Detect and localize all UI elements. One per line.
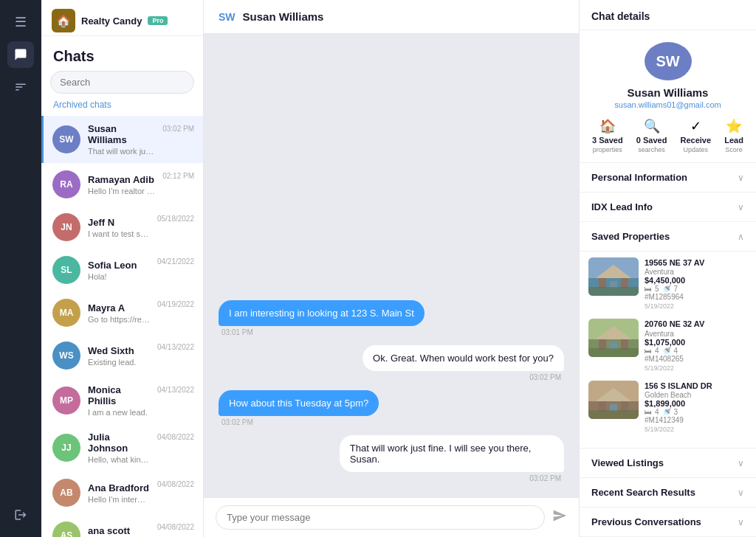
chat-topbar: SW Susan Williams [204,0,579,34]
chat-time: 03:02 PM [162,125,194,133]
section-row-saved-properties[interactable]: Saved Properties ∧ [580,222,756,252]
property-card[interactable]: 20760 NE 32 AV Aventura $1,075,000 🛏4 🚿4… [588,319,747,371]
property-info: 156 S ISLAND DR Golden Beach $1,899,000 … [645,381,747,433]
chat-preview: Hello I'm realtor Sofia L [88,187,155,195]
chat-time: 04/19/2022 [157,300,194,308]
chat-list-item[interactable]: MP Monica Phillis I am a new lead. 04/13… [41,377,203,424]
property-date: 5/19/2022 [645,364,747,372]
property-card[interactable]: 156 S ISLAND DR Golden Beach $1,899,000 … [588,381,747,433]
property-meta: 🛏4 🚿4 [645,347,747,355]
message-bubble: That will work just fine. I will see you… [340,435,564,472]
sections-container: Personal Information ∨ IDX Lead Info ∨ S… [580,163,756,537]
stat-icon: ✓ [690,118,701,134]
send-button[interactable] [552,508,567,527]
stat-item: 🔍 0 Saved searches [636,118,667,153]
chevron-icon: ∧ [738,232,744,242]
chat-list-item[interactable]: SL Sofia Leon Hola! 04/21/2022 [41,249,203,291]
properties-list: 19565 NE 37 AV Aventura $4,450,000 🛏5 🚿7… [580,252,756,448]
chat-list-item[interactable]: JJ Julia Johnson Hello, what kind of hou… [41,424,203,471]
chat-list-item[interactable]: MA Mayra A Go to https://realtycand... 0… [41,291,203,334]
message-row: Ok. Great. When would work best for you?… [219,345,564,381]
filters-icon[interactable] [7,74,34,100]
details-panel: Chat details SW Susan Williams susan.wil… [579,0,756,537]
chat-list-item[interactable]: SW Susan Williams That will work just fi… [41,116,203,163]
topbar-name: Susan Williams [243,10,324,23]
bed-icon: 🛏 [645,347,652,355]
section-title: IDX Lead Info [591,201,653,212]
logout-icon[interactable] [7,502,34,528]
chat-name: Monica Phillis [88,384,150,406]
message-bubble: Ok. Great. When would work best for you? [362,345,564,371]
chat-avatar: JJ [52,434,80,462]
chat-time: 04/13/2022 [157,343,194,351]
chat-name: Susan Williams [88,123,155,145]
chat-list-item[interactable]: RA Ramayan Adib Hello I'm realtor Sofia … [41,163,203,206]
message-input[interactable] [216,505,545,530]
chat-list-item[interactable]: AB Ana Bradford Hello I'm interested in … [41,471,203,514]
svg-rect-19 [621,401,628,412]
search-input[interactable] [50,71,194,94]
messages-area: I am interesting in looking at 123 S. Ma… [204,34,579,497]
chat-preview: Hola! [88,272,150,281]
chat-name: Julia Johnson [88,432,150,454]
stat-value: Lead [724,136,743,145]
message-bubble: How about this Tuesday at 5pm? [219,390,379,416]
chat-info: Monica Phillis I am a new lead. [88,384,150,417]
chat-list-item[interactable]: AS ana scott Hi Ana! What kind of pro...… [41,514,203,537]
detail-section: Viewed Listings ∨ [580,448,756,478]
svg-rect-20 [588,410,639,419]
chat-avatar: RA [52,170,80,198]
chat-preview: I am a new lead. [88,408,150,417]
chat-list: SW Susan Williams That will work just fi… [41,116,203,537]
stat-item: ⭐ Lead Score [724,118,743,153]
chat-info: Wed Sixth Existing lead. [88,345,150,367]
property-info: 19565 NE 37 AV Aventura $4,450,000 🛏5 🚿7… [645,257,747,310]
property-card[interactable]: 19565 NE 37 AV Aventura $4,450,000 🛏5 🚿7… [588,257,747,310]
svg-rect-12 [621,339,628,350]
property-image [588,381,639,419]
bed-icon: 🛏 [645,285,652,293]
property-address: 156 S ISLAND DR [645,381,747,391]
property-city: Aventura [645,330,747,338]
chat-name: Ana Bradford [88,482,150,493]
section-row-previous-conversations[interactable]: Previous Conversations ∨ [580,507,756,537]
contact-name: Susan Williams [580,86,756,99]
chat-info: Susan Williams That will work just fine.… [88,123,155,156]
chat-preview: That will work just fine... [88,147,155,156]
svg-rect-10 [599,339,606,350]
chevron-icon: ∨ [738,173,744,183]
bath-icon: 🚿 [662,285,671,293]
property-address: 19565 NE 37 AV [645,257,747,268]
chevron-icon: ∨ [738,517,744,527]
message-time: 03:01 PM [221,328,253,336]
stat-icon: ⭐ [726,118,742,134]
section-row-idx-lead-info[interactable]: IDX Lead Info ∨ [580,193,756,222]
chat-nav-icon[interactable] [7,41,34,68]
chat-list-item[interactable]: JN Jeff N I want to test some sear... 05… [41,206,203,249]
section-row-recent-search-results[interactable]: Recent Search Results ∨ [580,478,756,507]
section-row-viewed-listings[interactable]: Viewed Listings ∨ [580,448,756,478]
section-title: Saved Properties [591,231,670,242]
chat-list-item[interactable]: WS Wed Sixth Existing lead. 04/13/2022 [41,334,203,377]
chat-preview: Hello I'm interested in ... [88,495,150,504]
pro-badge: Pro [148,16,168,25]
section-title: Previous Conversations [591,516,701,527]
property-date: 5/19/2022 [645,426,747,433]
menu-icon[interactable]: ☰ [7,9,34,35]
detail-section: Previous Conversations ∨ [580,507,756,537]
property-city: Golden Beach [645,391,747,399]
section-row-personal-information[interactable]: Personal Information ∨ [580,163,756,193]
stat-label: Updates [684,146,709,153]
message-bubble: I am interesting in looking at 123 S. Ma… [219,300,425,326]
property-date: 5/19/2022 [645,302,747,310]
chevron-icon: ∨ [738,488,744,498]
chat-info: Mayra A Go to https://realtycand... [88,302,150,324]
chat-time: 04/21/2022 [157,257,194,266]
stat-label: Score [725,146,743,153]
bath-icon: 🚿 [662,347,671,355]
chats-title: Chats [41,36,203,71]
archived-chats-link[interactable]: Archived chats [41,100,203,116]
property-price: $1,899,000 [645,399,747,408]
property-info: 20760 NE 32 AV Aventura $1,075,000 🛏4 🚿4… [645,319,747,371]
chat-avatar: SW [52,125,80,153]
